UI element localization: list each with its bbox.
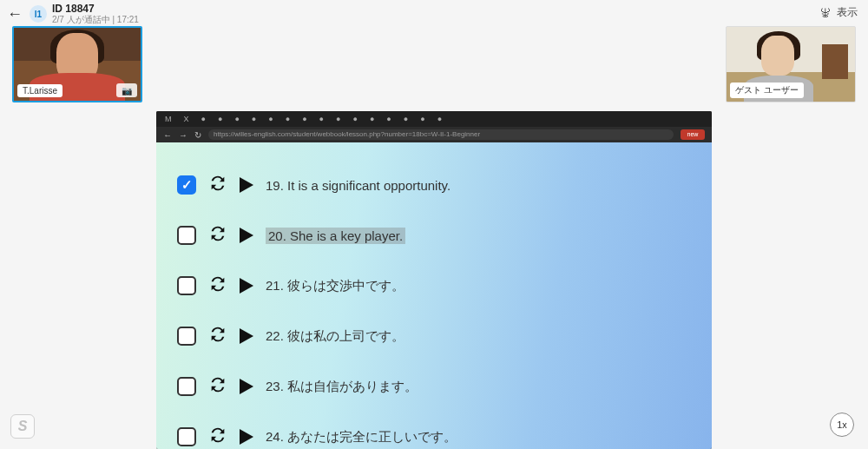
tab-icon: ● <box>201 115 206 123</box>
view-label: 表示 <box>837 5 858 20</box>
sentence-text: 22. 彼は私の上司です。 <box>266 328 404 345</box>
tab-icon: ● <box>268 115 273 123</box>
play-icon[interactable] <box>240 379 253 394</box>
tab-icon: ● <box>234 115 239 123</box>
back-arrow[interactable]: ← <box>7 5 23 23</box>
sentence-text: 20. She is a key player. <box>266 228 405 244</box>
play-icon[interactable] <box>240 429 253 445</box>
sentence-text: 24. あなたは完全に正しいです。 <box>266 429 457 446</box>
repeat-icon[interactable] <box>208 274 227 298</box>
guest-video-tile[interactable]: ゲスト ユーザー <box>726 26 856 102</box>
lesson-row: 24. あなたは完全に正しいです。 <box>177 412 691 449</box>
repeat-icon[interactable] <box>208 174 227 197</box>
playback-speed-button[interactable]: 1x <box>830 413 854 437</box>
sentence-checkbox[interactable] <box>177 377 196 396</box>
tab-icon: ● <box>336 115 340 123</box>
header-bar: ← I1 ID 18847 2/7 人が通話中 | 17:21 <box>7 3 861 24</box>
bg-cabinet <box>822 44 848 79</box>
tab-icon: ● <box>437 115 442 123</box>
skype-icon: S <box>10 414 35 439</box>
sentence-checkbox[interactable] <box>177 327 196 346</box>
repeat-icon[interactable] <box>208 325 227 348</box>
self-name-label: T.Larisse <box>17 84 62 97</box>
play-icon[interactable] <box>240 278 253 294</box>
lesson-row: 22. 彼は私の上司です。 <box>177 311 691 361</box>
nav-reload-icon[interactable]: ↻ <box>194 130 201 140</box>
tab-icon: ● <box>352 115 357 123</box>
lesson-row: 23. 私は自信があります。 <box>177 361 691 412</box>
tab-icon: ● <box>420 115 424 123</box>
sentence-checkbox[interactable] <box>177 427 196 446</box>
camera-icon[interactable]: 📷 <box>116 83 137 97</box>
avatar-face <box>761 36 794 76</box>
nav-back-icon[interactable]: ← <box>163 130 172 140</box>
call-subtitle: 2/7 人が通話中 | 17:21 <box>52 15 139 24</box>
sentence-checkbox[interactable] <box>177 276 196 295</box>
browser-address-bar[interactable]: ← → ↻ https://willes-english.com/student… <box>156 127 712 142</box>
play-icon[interactable] <box>240 228 253 243</box>
sentence-text: 21. 彼らは交渉中です。 <box>266 278 404 294</box>
tab-icon: ● <box>319 115 324 123</box>
play-icon[interactable] <box>240 328 253 344</box>
tab-icon: ● <box>252 115 256 123</box>
self-video-tile[interactable]: T.Larisse 📷 <box>12 26 142 102</box>
browser-tabstrip[interactable]: M X ● ● ● ● ● ● ● ● ● ● ● ● ● ● ● <box>156 111 712 127</box>
sentence-text: 23. 私は自信があります。 <box>266 379 418 395</box>
shared-screen-window: M X ● ● ● ● ● ● ● ● ● ● ● ● ● ● ● ← → ↻ … <box>156 111 712 449</box>
lesson-row: ✓19. It is a significant opportunity. <box>177 160 691 210</box>
call-title-block: ID 18847 2/7 人が通話中 | 17:21 <box>52 3 139 24</box>
tab-icon: ● <box>386 115 391 123</box>
sentence-checkbox[interactable]: ✓ <box>177 175 196 195</box>
tab-icon: ● <box>286 115 290 123</box>
repeat-icon[interactable] <box>208 224 227 248</box>
lesson-row: 20. She is a key player. <box>177 210 691 261</box>
sentence-text: 19. It is a significant opportunity. <box>266 178 450 193</box>
call-id: ID 18847 <box>52 3 139 15</box>
view-toggle[interactable]: ⯚ 表示 <box>819 5 858 20</box>
tab-icon: ● <box>218 115 222 123</box>
grid-icon: ⯚ <box>819 6 832 20</box>
url-field[interactable]: https://willes-english.com/student/webbo… <box>208 129 674 140</box>
nav-fwd-icon[interactable]: → <box>179 130 187 140</box>
lesson-row: 21. 彼らは交渉中です。 <box>177 261 691 311</box>
sentence-checkbox[interactable] <box>177 226 196 245</box>
tab-icon: ● <box>370 115 374 123</box>
tab-icon: ● <box>302 115 306 123</box>
tab-icon: M <box>165 115 172 123</box>
repeat-icon[interactable] <box>208 375 227 399</box>
caller-avatar[interactable]: I1 <box>30 5 47 23</box>
guest-name-label: ゲスト ユーザー <box>730 83 804 98</box>
tab-icon: X <box>184 115 189 123</box>
tab-icon: ● <box>404 115 408 123</box>
extension-badge[interactable]: new <box>681 129 705 140</box>
play-icon[interactable] <box>240 177 253 193</box>
repeat-icon[interactable] <box>208 426 227 449</box>
lesson-content: ✓19. It is a significant opportunity.20.… <box>156 142 712 449</box>
